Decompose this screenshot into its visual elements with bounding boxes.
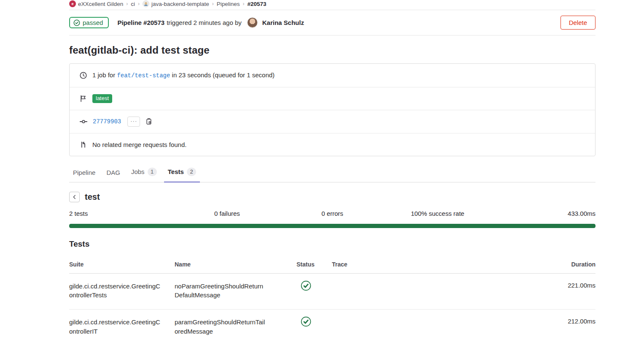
- status-badge: passed: [69, 17, 109, 28]
- tab-jobs[interactable]: Jobs 1: [127, 163, 161, 182]
- breadcrumb-separator: ›: [126, 1, 128, 7]
- group-avatar-icon: e: [69, 0, 76, 7]
- column-header-name: Name: [175, 261, 296, 268]
- tests-count-badge: 2: [187, 168, 196, 176]
- breadcrumb: e eXXcellent Gilden › ci › java-backend-…: [69, 0, 595, 10]
- tab-tests[interactable]: Tests 2: [164, 163, 200, 182]
- column-header-status: Status: [296, 261, 332, 268]
- tests-table-header: Suite Name Status Trace Duration: [69, 256, 595, 274]
- breadcrumb-separator: ›: [243, 1, 244, 7]
- commit-icon: [80, 118, 87, 125]
- tests-section-heading: Tests: [69, 239, 595, 249]
- triggered-text: triggered 2 minutes ago by: [167, 19, 242, 26]
- breadcrumb-separator: ›: [212, 1, 214, 7]
- test-duration-cell: 212.00ms: [545, 318, 595, 325]
- breadcrumb-label: #20573: [247, 1, 266, 7]
- breadcrumb-separator: ›: [138, 1, 140, 7]
- suite-name-heading: test: [85, 192, 100, 202]
- merge-requests-row: No related merge requests found.: [70, 133, 595, 156]
- check-circle-icon: [73, 19, 80, 26]
- column-header-trace: Trace: [332, 261, 545, 268]
- summary-success-rate: 100% success rate: [385, 210, 490, 217]
- success-rate-bar: [69, 224, 595, 228]
- commit-sha-link[interactable]: 27779903: [93, 118, 121, 125]
- job-prefix: 1 job for: [92, 71, 115, 79]
- commit-row: 27779903 ···: [70, 110, 595, 133]
- pipeline-id-label: Pipeline #20573: [117, 19, 164, 26]
- flag-icon: [80, 95, 87, 102]
- summary-failures: 0 failures: [175, 210, 280, 217]
- chevron-left-icon: [72, 195, 77, 199]
- page-container: e eXXcellent Gilden › ci › java-backend-…: [69, 0, 595, 345]
- tab-dag[interactable]: DAG: [102, 164, 124, 182]
- tab-label: Jobs: [131, 168, 145, 175]
- test-status-cell: [296, 318, 332, 329]
- breadcrumb-item-pipeline-id: #20573: [247, 1, 266, 7]
- tab-label: DAG: [106, 169, 120, 176]
- table-row[interactable]: gilde.ci.cd.restservice.GreetingControll…: [69, 274, 595, 310]
- test-duration-cell: 221.00ms: [545, 282, 595, 289]
- summary-errors: 0 errors: [280, 210, 385, 217]
- test-suite-header: test: [69, 192, 595, 202]
- pipeline-status-bar: passed Pipeline #20573 triggered 2 minut…: [69, 10, 595, 35]
- job-suffix: in 23 seconds (queued for 1 second): [172, 71, 275, 79]
- summary-tests: 2 tests: [69, 210, 175, 217]
- job-summary-row: 1 job for feat/test-stage in 23 seconds …: [70, 64, 595, 87]
- test-name-cell: paramGreetingShouldReturnTailoredMessage: [175, 318, 280, 336]
- test-suite-cell: gilde.ci.cd.restservice.GreetingControll…: [69, 318, 175, 336]
- jobs-count-badge: 1: [148, 168, 157, 176]
- summary-duration: 433.00ms: [490, 210, 595, 217]
- status-badge-label: passed: [83, 19, 103, 26]
- breadcrumb-item-pipelines[interactable]: Pipelines: [217, 1, 240, 7]
- merge-requests-text: No related merge requests found.: [92, 141, 186, 148]
- breadcrumb-item-project[interactable]: java-backend-template: [143, 0, 209, 7]
- latest-badge-row: latest: [70, 87, 595, 110]
- breadcrumb-item-group[interactable]: e eXXcellent Gilden: [69, 0, 123, 7]
- branch-link[interactable]: feat/test-stage: [117, 72, 170, 79]
- page-title: feat(gitlab-ci): add test stage: [69, 44, 595, 56]
- test-name-cell: noParamGreetingShouldReturnDefaultMessag…: [175, 282, 280, 300]
- status-passed-icon: [301, 316, 311, 327]
- copy-commit-sha-icon[interactable]: [146, 118, 152, 125]
- column-header-duration: Duration: [545, 261, 595, 268]
- job-summary-text: 1 job for feat/test-stage in 23 seconds …: [92, 71, 275, 79]
- pipeline-info-card: 1 job for feat/test-stage in 23 seconds …: [69, 63, 595, 156]
- user-name-link[interactable]: Karina Schulz: [262, 19, 304, 26]
- breadcrumb-label: java-backend-template: [151, 1, 209, 7]
- test-suite-cell: gilde.ci.cd.restservice.GreetingControll…: [69, 282, 175, 300]
- pipeline-trigger-text: Pipeline #20573 triggered 2 minutes ago …: [117, 17, 304, 28]
- tab-pipeline[interactable]: Pipeline: [69, 164, 99, 182]
- column-header-suite: Suite: [69, 261, 175, 268]
- user-avatar[interactable]: [247, 17, 258, 28]
- success-bar-fill: [69, 224, 595, 228]
- back-button[interactable]: [69, 192, 80, 202]
- status-passed-icon: [301, 280, 311, 291]
- merge-request-icon: [80, 141, 87, 148]
- suite-summary-row: 2 tests 0 failures 0 errors 100% success…: [69, 210, 595, 217]
- expand-commit-button[interactable]: ···: [127, 117, 140, 127]
- pipeline-tabs: Pipeline DAG Jobs 1 Tests 2: [69, 163, 595, 182]
- clock-icon: [80, 72, 87, 79]
- breadcrumb-label: ci: [131, 1, 135, 7]
- tab-label: Pipeline: [73, 169, 95, 176]
- delete-button[interactable]: Delete: [560, 16, 595, 30]
- table-row[interactable]: gilde.ci.cd.restservice.GreetingControll…: [69, 310, 595, 345]
- breadcrumb-item-ci[interactable]: ci: [131, 1, 135, 7]
- tab-label: Tests: [168, 168, 184, 175]
- breadcrumb-label: Pipelines: [217, 1, 240, 7]
- latest-badge: latest: [92, 94, 112, 103]
- project-avatar-icon: [143, 0, 149, 7]
- breadcrumb-label: eXXcellent Gilden: [78, 1, 123, 7]
- test-status-cell: [296, 282, 332, 293]
